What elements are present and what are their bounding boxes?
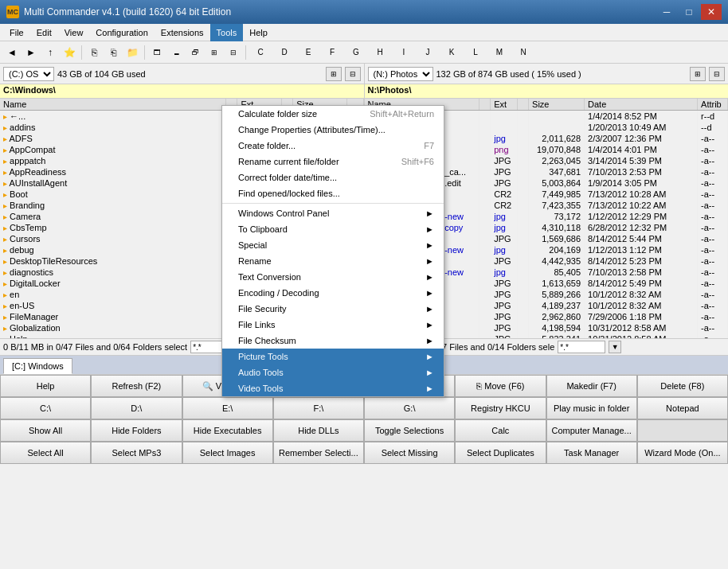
btn-select-images[interactable]: Select Images: [182, 442, 273, 464]
col-ext-right[interactable]: Ext: [491, 99, 518, 111]
btn-drive-f[interactable]: F:\: [273, 397, 364, 419]
right-drive-select[interactable]: (N:) Photos: [368, 67, 433, 81]
tb-icon1[interactable]: 🗔: [148, 44, 166, 61]
btn-select-missing[interactable]: Select Missing: [364, 442, 455, 464]
menu-view[interactable]: View: [58, 24, 90, 41]
close-button[interactable]: ✕: [701, 4, 722, 20]
tb-folder[interactable]: 📁: [123, 44, 141, 61]
left-drive-select[interactable]: (C:) OS: [3, 67, 54, 81]
btn-show-all[interactable]: Show All: [0, 419, 91, 442]
tb-icon4[interactable]: ⊞: [205, 44, 223, 61]
btn-select-duplicates[interactable]: Select Duplicates: [455, 442, 546, 464]
menu-tools[interactable]: Tools: [210, 24, 244, 41]
btn-move[interactable]: ⎘ Move (F6): [455, 375, 546, 397]
menu-calc-folder-size[interactable]: Calculate folder size Shift+Alt+Return: [222, 106, 444, 122]
drive-n[interactable]: N: [512, 44, 534, 61]
btn-task-manager[interactable]: Task Manager: [546, 442, 637, 464]
menu-rename[interactable]: Rename ►: [222, 253, 444, 269]
menu-rename-file[interactable]: Rename current file/folder Shift+F6: [222, 154, 444, 170]
menu-file-checksum[interactable]: File Checksum ►: [222, 333, 444, 349]
minimize-button[interactable]: ─: [656, 4, 677, 20]
menu-encoding[interactable]: Encoding / Decoding ►: [222, 285, 444, 301]
btn-delete[interactable]: Delete (F8): [637, 375, 728, 397]
menu-help[interactable]: Help: [243, 24, 274, 41]
btn-toggle-selections[interactable]: Toggle Selections: [364, 419, 455, 442]
btn-play-music[interactable]: Play music in folder: [546, 397, 637, 419]
file-gap2: [518, 155, 529, 166]
right-panel-btn2[interactable]: ⊟: [709, 67, 725, 81]
menu-video-tools-label: Video Tools: [238, 384, 283, 393]
menu-create-folder[interactable]: Create folder... F7: [222, 138, 444, 154]
left-panel-btn1[interactable]: ⊞: [326, 67, 342, 81]
file-gap2: [518, 189, 529, 200]
drive-h[interactable]: H: [369, 44, 391, 61]
tb-icon2[interactable]: 🗕: [167, 44, 185, 61]
file-gap1: [479, 111, 491, 123]
menu-configuration[interactable]: Configuration: [89, 24, 154, 41]
path-bars: C:\Windows\ N:\Photos\: [0, 84, 728, 99]
right-panel-btn1[interactable]: ⊞: [690, 67, 706, 81]
menu-file[interactable]: File: [3, 24, 30, 41]
btn-calc[interactable]: Calc: [455, 419, 546, 442]
col-name-left[interactable]: Name: [0, 99, 226, 111]
btn-notepad[interactable]: Notepad: [637, 397, 728, 419]
drive-d[interactable]: D: [273, 44, 296, 61]
menu-correct-folder-date[interactable]: Correct folder date/time...: [222, 170, 444, 185]
left-panel-btn2[interactable]: ⊟: [345, 67, 361, 81]
maximize-button[interactable]: □: [679, 4, 699, 20]
menu-change-props[interactable]: Change Properties (Attributes/Time)...: [222, 122, 444, 138]
btn-refresh[interactable]: Refresh (F2): [91, 375, 182, 397]
btn-hide-folders[interactable]: Hide Folders: [91, 419, 182, 442]
menu-video-tools[interactable]: Video Tools ►: [222, 380, 444, 396]
btn-computer-manage[interactable]: Computer Manage...: [546, 419, 637, 442]
btn-makedir[interactable]: Makedir (F7): [546, 375, 637, 397]
col-date-right[interactable]: Date: [585, 99, 698, 111]
drive-l[interactable]: L: [464, 44, 487, 61]
tb-copy1[interactable]: ⎘: [85, 44, 103, 61]
drive-j[interactable]: J: [417, 44, 439, 61]
tb-icon5[interactable]: ⊟: [225, 44, 242, 61]
right-filter-input[interactable]: [558, 341, 605, 353]
btn-hide-executables[interactable]: Hide Executables: [182, 419, 273, 442]
menu-special[interactable]: Special ►: [222, 237, 444, 253]
tb-back[interactable]: ◄: [3, 44, 21, 61]
menu-windows-control[interactable]: Windows Control Panel ►: [222, 205, 444, 221]
btn-registry-hkcu[interactable]: Registry HKCU: [455, 397, 546, 419]
drive-m[interactable]: M: [488, 44, 511, 61]
btn-wizard-mode[interactable]: Wizard Mode (On...: [637, 442, 728, 464]
menu-text-conversion[interactable]: Text Conversion ►: [222, 269, 444, 285]
menu-find-locked[interactable]: Find opened/locked files...: [222, 185, 444, 201]
drive-k[interactable]: K: [440, 44, 463, 61]
menu-file-links[interactable]: File Links ►: [222, 317, 444, 333]
drive-c[interactable]: C: [249, 44, 272, 61]
btn-select-all[interactable]: Select All: [0, 442, 91, 464]
btn-drive-e[interactable]: E:\: [182, 397, 273, 419]
tb-up[interactable]: ↑: [41, 44, 59, 61]
menu-audio-tools[interactable]: Audio Tools ►: [222, 364, 444, 380]
menu-extensions[interactable]: Extensions: [155, 24, 210, 41]
btn-hide-dlls[interactable]: Hide DLLs: [273, 419, 364, 442]
col-attrib-right[interactable]: Attrib: [698, 99, 728, 111]
tb-icon3[interactable]: 🗗: [186, 44, 204, 61]
menu-edit[interactable]: Edit: [30, 24, 58, 41]
menu-to-clipboard[interactable]: To Clipboard ►: [222, 221, 444, 237]
left-tab-windows[interactable]: [C:] Windows: [3, 358, 72, 374]
btn-remember-selecti[interactable]: Remember Selecti...: [273, 442, 364, 464]
btn-drive-g[interactable]: G:\: [364, 397, 455, 419]
drive-i[interactable]: I: [393, 44, 415, 61]
drive-f[interactable]: F: [321, 44, 343, 61]
btn-drive-d[interactable]: D:\: [91, 397, 182, 419]
drive-e[interactable]: E: [297, 44, 319, 61]
right-filter-btn[interactable]: ▼: [609, 341, 621, 353]
menu-rename-file-label: Rename current file/folder: [238, 157, 339, 166]
tb-bookmarks[interactable]: ⭐: [61, 44, 78, 61]
btn-help[interactable]: Help: [0, 375, 91, 397]
drive-g[interactable]: G: [345, 44, 367, 61]
col-size-right[interactable]: Size: [529, 99, 585, 111]
menu-picture-tools[interactable]: Picture Tools ►: [222, 349, 444, 364]
menu-file-security[interactable]: File Security ►: [222, 301, 444, 317]
tb-copy2[interactable]: ⎗: [104, 44, 122, 61]
tb-forward[interactable]: ►: [22, 44, 40, 61]
btn-select-mp3s[interactable]: Select MPs3: [91, 442, 182, 464]
btn-drive-c[interactable]: C:\: [0, 397, 91, 419]
